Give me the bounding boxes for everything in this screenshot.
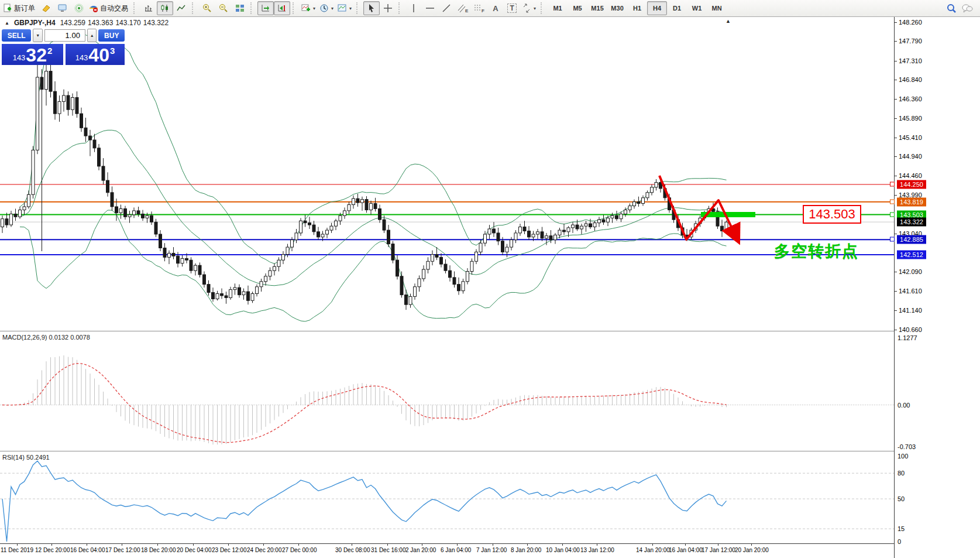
buy-price-display[interactable]: 143 40 3	[66, 44, 125, 65]
auto-scroll-icon	[261, 4, 270, 13]
price-tick-mark	[895, 99, 897, 100]
ohlc-high: 143.363	[88, 19, 113, 27]
indicators-button[interactable]: ▾	[300, 1, 318, 15]
buy-button[interactable]: BUY	[98, 29, 125, 42]
timeframe-d1[interactable]: D1	[667, 1, 687, 15]
volume-decrease-button[interactable]: ▼	[33, 29, 43, 42]
bar-chart-button[interactable]	[140, 1, 157, 15]
timeframe-m15[interactable]: M15	[587, 1, 607, 15]
trendline-tool-button[interactable]	[438, 1, 455, 15]
time-tick-label: 23 Dec 12:00	[212, 547, 247, 553]
arrows-tool-button[interactable]: ▾	[520, 1, 538, 15]
price-tick-mark	[895, 22, 897, 23]
price-line-label: 144.250	[897, 180, 926, 189]
sell-price-base: 143	[13, 53, 26, 62]
timeframe-m1[interactable]: M1	[548, 1, 568, 15]
vertical-line-tool-button[interactable]	[405, 1, 422, 15]
time-tick-mark	[17, 544, 18, 546]
signals-button[interactable]	[71, 1, 87, 15]
sell-button[interactable]: SELL	[2, 29, 31, 42]
sell-price-pips: 32	[26, 46, 47, 64]
new-order-button[interactable]: 新订单	[1, 1, 38, 15]
horizontal-line-tool-button[interactable]	[422, 1, 438, 15]
timeframe-m5[interactable]: M5	[568, 1, 587, 15]
time-tick-mark	[122, 544, 122, 546]
time-tick-mark	[652, 544, 653, 546]
time-tick-mark	[298, 544, 299, 546]
fibonacci-letter: F	[482, 8, 484, 13]
text-tool-button[interactable]: A	[487, 1, 504, 15]
toolbar-grip	[133, 2, 139, 14]
candles-layer	[1, 61, 728, 310]
chevron-down-icon[interactable]: ▾	[533, 6, 537, 11]
fibonacci-tool-button[interactable]: F	[471, 1, 487, 15]
zoom-out-button[interactable]	[215, 1, 232, 15]
price-tick-mark	[895, 176, 897, 176]
rsi-scale-label: 100	[898, 453, 908, 460]
price-callout-box[interactable]: 143.503	[803, 205, 861, 224]
line-chart-button[interactable]	[173, 1, 190, 15]
horizontal-line-icon	[425, 4, 435, 13]
equidistant-channel-tool-button[interactable]: E	[455, 1, 471, 15]
sell-price-display[interactable]: 143 32 2	[2, 44, 63, 65]
cursor-icon	[367, 4, 376, 13]
text-label-tool-button[interactable]: T	[504, 1, 520, 15]
toolbar-grip	[192, 2, 197, 14]
price-tick-mark	[895, 195, 897, 196]
terminal-button[interactable]	[54, 1, 71, 15]
scroll-to-end-marker[interactable]: ▲	[725, 18, 731, 24]
main-chart-canvas[interactable]	[0, 17, 894, 331]
timeframe-h4[interactable]: H4	[647, 1, 667, 15]
crosshair-tool-button[interactable]	[380, 1, 396, 15]
cursor-tool-button[interactable]	[363, 1, 380, 15]
rsi-scale-label: 15	[898, 525, 905, 532]
bar-chart-icon	[144, 4, 153, 13]
sell-price-point: 2	[47, 46, 52, 56]
price-tick-mark	[895, 118, 897, 119]
periods-button[interactable]: ▾	[318, 1, 336, 15]
volume-input[interactable]	[44, 29, 85, 42]
buy-price-point: 3	[110, 46, 115, 56]
metaeditor-icon	[42, 4, 51, 13]
search-icon[interactable]	[947, 4, 957, 13]
toolbar-grip	[541, 2, 546, 14]
price-tick-mark	[895, 80, 897, 80]
chart-region: 11 Dec 201912 Dec 20:0016 Dec 04:0017 De…	[0, 17, 980, 558]
chevron-down-icon[interactable]: ▾	[349, 6, 352, 11]
rsi-value: 50.2491	[26, 454, 50, 461]
timeframe-mn[interactable]: MN	[707, 1, 727, 15]
turning-point-note[interactable]: 多空转折点	[774, 241, 859, 262]
metaeditor-button[interactable]	[38, 1, 54, 15]
auto-scroll-button[interactable]	[257, 1, 274, 15]
time-tick-label: 20 Jan 20:00	[735, 547, 769, 553]
macd-scale-label: -0.703	[898, 443, 916, 450]
autotrading-label: 自动交易	[100, 4, 129, 13]
collapse-panel-arrow[interactable]: ▲	[5, 20, 9, 26]
time-tick-mark	[751, 544, 752, 546]
macd-value-1: 0.0132	[49, 334, 68, 341]
tile-windows-button[interactable]	[232, 1, 248, 15]
vertical-line-icon	[411, 4, 417, 13]
price-line-label: 143.819	[897, 198, 926, 207]
chat-icon[interactable]	[961, 4, 973, 13]
chart-shift-button[interactable]	[274, 1, 290, 15]
time-tick-mark	[193, 544, 194, 546]
time-tick-label: 30 Dec 08:00	[335, 547, 370, 553]
chevron-down-icon[interactable]: ▾	[312, 6, 316, 11]
time-tick-mark	[51, 544, 52, 546]
price-line-label: 143.322	[897, 218, 926, 227]
price-tick-mark	[895, 310, 897, 311]
timeframe-m30[interactable]: M30	[607, 1, 627, 15]
new-order-icon	[3, 4, 12, 13]
timeframe-h1[interactable]: H1	[627, 1, 647, 15]
price-tick-mark	[895, 61, 897, 61]
chevron-down-icon[interactable]: ▾	[331, 6, 334, 11]
candlestick-chart-button[interactable]	[157, 1, 173, 15]
templates-button[interactable]: ▾	[336, 1, 354, 15]
autotrading-button[interactable]: 自动交易	[87, 1, 131, 15]
timeframe-w1[interactable]: W1	[687, 1, 707, 15]
timeframe-group: M1M5M15M30H1H4D1W1MN	[548, 1, 727, 15]
line-marker-square	[890, 213, 895, 217]
volume-increase-button[interactable]: ▲	[87, 29, 97, 42]
zoom-in-button[interactable]	[199, 1, 215, 15]
